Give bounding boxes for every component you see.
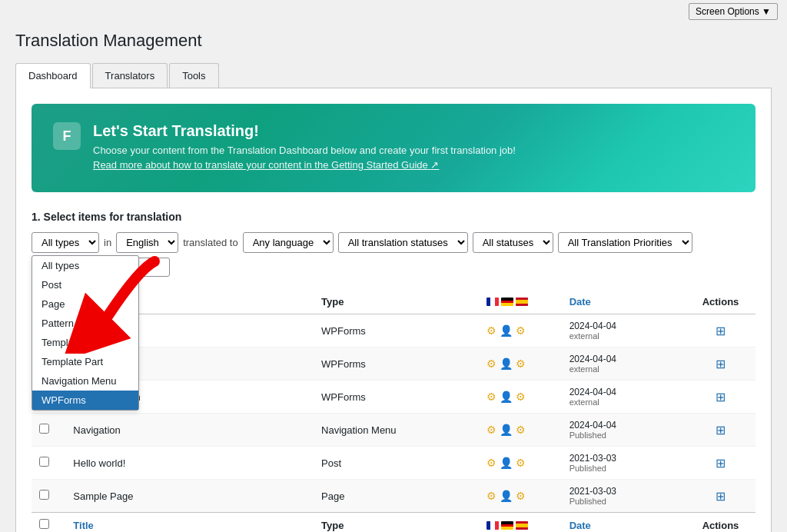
banner-icon: F (53, 122, 81, 150)
t-icon-2[interactable]: 👤 (500, 324, 513, 337)
translation-icons: ⚙ 👤 ⚙ (486, 391, 554, 403)
main-content: F Let's Start Translating! Choose your c… (15, 88, 772, 532)
t-icon-3[interactable]: ⚙ (516, 457, 526, 469)
tab-dashboard[interactable]: Dashboard (15, 63, 91, 88)
row-type: WPForms (314, 381, 479, 414)
translation-status-select[interactable]: All translation statuses (338, 232, 468, 253)
row-title: Navigation (65, 414, 314, 447)
table-row: Navigation Navigation Menu ⚙ 👤 ⚙ 2024-04… (32, 414, 755, 447)
t-icon-3[interactable]: ⚙ (516, 490, 526, 502)
row-checkbox[interactable] (39, 457, 49, 467)
priority-select[interactable]: All Translation Priorities (558, 232, 692, 253)
footer-flag-fr (486, 521, 499, 530)
banner-link[interactable]: Read more about how to translate your co… (93, 159, 439, 171)
screen-options-button[interactable]: Screen Options ▼ (689, 3, 778, 20)
action-icon[interactable]: ⊞ (716, 357, 726, 371)
dd-item-wpforms[interactable]: WPForms (32, 391, 138, 410)
banner-description: Choose your content from the Translation… (93, 145, 516, 156)
t-icon-3[interactable]: ⚙ (516, 324, 526, 337)
t-icon-2[interactable]: 👤 (500, 457, 513, 469)
tab-translators[interactable]: Translators (92, 63, 168, 88)
row-title: Sample Page (65, 480, 314, 513)
dd-item-page[interactable]: Page (32, 294, 138, 314)
row-checkbox[interactable] (39, 490, 49, 500)
footer-title-col[interactable]: Title (65, 513, 314, 533)
table-row: Job Application WPForms ⚙ 👤 ⚙ 2024-04-04… (32, 381, 755, 414)
row-date: 2024-04-04 (569, 354, 678, 364)
table-header-row: Title Type Date Actions (32, 289, 755, 314)
row-date: 2024-04-04 (569, 387, 678, 397)
row-date: 2024-04-04 (569, 420, 678, 431)
row-status: external (569, 364, 678, 374)
dd-item-navmenu[interactable]: Navigation Menu (32, 371, 138, 391)
type-filter-select[interactable]: All types (32, 232, 99, 253)
dd-item-template[interactable]: Template (32, 333, 138, 352)
tabs-bar: Dashboard Translators Tools (15, 63, 772, 88)
language-to-filter-select[interactable]: Any language (243, 232, 334, 253)
dd-item-alltypes[interactable]: All types (32, 256, 138, 275)
footer-actions-col: Actions (686, 513, 755, 533)
t-icon-3[interactable]: ⚙ (516, 424, 526, 436)
all-statuses-select[interactable]: All statuses (473, 232, 553, 253)
row-date: 2024-04-04 (569, 321, 678, 331)
row-status: external (569, 397, 678, 407)
t-icon-1[interactable]: ⚙ (486, 457, 496, 469)
row-type: Post (314, 447, 479, 480)
footer-select-all-checkbox[interactable] (39, 519, 49, 529)
flags-col-header (479, 289, 562, 314)
action-icon[interactable]: ⊞ (716, 424, 726, 437)
table-row: Sample Page Page ⚙ 👤 ⚙ 2021-03-03 Publis… (32, 480, 755, 513)
flag-es (516, 298, 528, 306)
t-icon-1[interactable]: ⚙ (486, 490, 496, 502)
row-type: Navigation Menu (314, 414, 479, 447)
t-icon-3[interactable]: ⚙ (516, 391, 526, 403)
row-status: Published (569, 464, 678, 473)
t-icon-1[interactable]: ⚙ (486, 391, 496, 403)
action-icon[interactable]: ⊞ (716, 391, 726, 404)
row-date: 2021-03-03 (569, 486, 678, 497)
type-dropdown[interactable]: All types Post Page Pattern Template Tem… (32, 255, 139, 411)
t-icon-1[interactable]: ⚙ (486, 424, 496, 436)
row-date: 2021-03-03 (569, 453, 678, 464)
t-icon-2[interactable]: 👤 (500, 490, 513, 502)
translation-icons: ⚙ 👤 ⚙ (486, 324, 554, 337)
t-icon-3[interactable]: ⚙ (516, 357, 526, 370)
t-icon-2[interactable]: 👤 (500, 357, 513, 370)
table-row: WPForms ⚙ 👤 ⚙ 2024-04-04 external ⊞ (32, 314, 755, 347)
language-filter-select[interactable]: English (116, 232, 178, 253)
footer-flag-es (516, 521, 528, 530)
action-icon[interactable]: ⊞ (716, 324, 726, 337)
action-icon[interactable]: ⊞ (716, 457, 726, 470)
dd-item-pattern[interactable]: Pattern (32, 314, 138, 333)
tab-tools[interactable]: Tools (169, 63, 218, 88)
footer-flag-de (501, 521, 513, 530)
table-footer-row: Title Type Date Actions (32, 513, 755, 533)
footer-date-col[interactable]: Date (562, 513, 686, 533)
translation-icons: ⚙ 👤 ⚙ (486, 490, 554, 502)
banner: F Let's Start Translating! Choose your c… (32, 104, 755, 192)
translation-icons: ⚙ 👤 ⚙ (486, 424, 554, 436)
flag-de (501, 298, 513, 306)
row-status: external (569, 331, 678, 341)
row-type: Page (314, 480, 479, 513)
t-icon-1[interactable]: ⚙ (486, 357, 496, 370)
t-icon-2[interactable]: 👤 (500, 424, 513, 436)
actions-col-header: Actions (686, 289, 755, 314)
row-type: WPForms (314, 347, 479, 381)
date-col-header[interactable]: Date (562, 289, 686, 314)
t-icon-2[interactable]: 👤 (500, 391, 513, 403)
t-icon-1[interactable]: ⚙ (486, 324, 496, 337)
dd-item-templatepart[interactable]: Template Part (32, 352, 138, 371)
page-title: Translation Management (15, 31, 772, 51)
content-table: Title Type Date Actions (32, 289, 755, 532)
row-checkbox[interactable] (39, 424, 49, 434)
banner-heading: Let's Start Translating! (93, 122, 516, 140)
section-title: 1. Select items for translation (32, 211, 755, 223)
flag-fr (486, 298, 499, 306)
dd-item-post[interactable]: Post (32, 275, 138, 294)
type-col-header: Type (314, 289, 479, 314)
row-status: Published (569, 497, 678, 506)
translation-icons: ⚙ 👤 ⚙ (486, 357, 554, 370)
action-icon[interactable]: ⊞ (716, 490, 726, 503)
in-label: in (104, 237, 111, 248)
